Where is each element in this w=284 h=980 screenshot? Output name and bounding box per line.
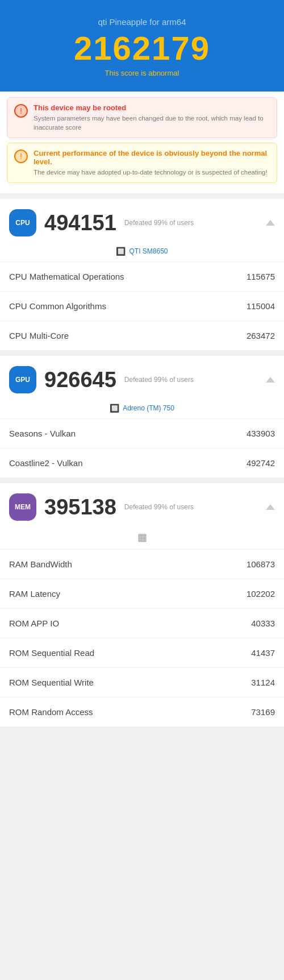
- gpu-chip-label: 🔲 Adreno (TM) 750: [0, 401, 284, 418]
- score-note: This score is abnormal: [11, 69, 273, 77]
- gpu-chip-name: Adreno (TM) 750: [123, 404, 174, 412]
- mem-stat-label-5: ROM Random Access: [9, 707, 93, 717]
- mem-stat-row: RAM BandWidth 106873: [0, 549, 284, 579]
- mem-chip-label: ▦: [0, 529, 284, 549]
- mem-stat-label-1: RAM Latency: [9, 589, 60, 599]
- mem-stat-row: ROM APP IO 40333: [0, 608, 284, 638]
- cpu-stats: CPU Mathematical Operations 115675 CPU C…: [0, 261, 284, 350]
- mem-stat-value-0: 106873: [247, 559, 275, 569]
- mem-stat-label-4: ROM Sequential Write: [9, 678, 94, 687]
- mem-stat-label-0: RAM BandWidth: [9, 559, 72, 569]
- mem-meta: Defeated 99% of users: [124, 503, 275, 511]
- alert-rooted-desc: System parameters may have been changed …: [34, 114, 270, 132]
- gpu-stat-row: Seasons - Vulkan 433903: [0, 418, 284, 448]
- alert-rooted-icon: !: [14, 104, 28, 118]
- mem-stat-label-3: ROM Sequential Read: [9, 648, 94, 658]
- gpu-stat-row: Coastline2 - Vulkan 492742: [0, 448, 284, 477]
- gpu-stat-label-1: Coastline2 - Vulkan: [9, 458, 83, 468]
- cpu-defeated: Defeated 99% of users: [124, 219, 194, 227]
- mem-defeated: Defeated 99% of users: [124, 503, 194, 511]
- gpu-badge: GPU: [9, 366, 36, 393]
- gpu-stat-value-0: 433903: [247, 429, 275, 438]
- total-score: 2162179: [11, 30, 273, 67]
- mem-stat-row: ROM Random Access 73169: [0, 697, 284, 726]
- cpu-stat-label-2: CPU Multi-Core: [9, 331, 69, 340]
- cpu-stat-row: CPU Multi-Core 263472: [0, 321, 284, 350]
- alert-performance-icon: !: [14, 150, 28, 163]
- mem-stats: RAM BandWidth 106873 RAM Latency 102202 …: [0, 549, 284, 726]
- cpu-stat-value-0: 115675: [247, 272, 275, 281]
- header: qti Pineapple for arm64 2162179 This sco…: [0, 0, 284, 92]
- alert-performance-content: Current performance of the device is obv…: [34, 149, 270, 177]
- gpu-score: 926645: [44, 369, 116, 391]
- cpu-stat-value-2: 263472: [247, 331, 275, 340]
- gpu-chevron-icon[interactable]: [266, 377, 275, 383]
- cpu-chevron-icon[interactable]: [266, 220, 275, 226]
- gpu-stat-value-1: 492742: [247, 458, 275, 468]
- mem-stat-value-1: 102202: [247, 589, 275, 599]
- alert-performance: ! Current performance of the device is o…: [7, 143, 277, 183]
- cpu-badge: CPU: [9, 209, 36, 236]
- mem-score-row: MEM 395138 Defeated 99% of users: [0, 483, 284, 529]
- mem-stat-value-2: 40333: [251, 618, 275, 628]
- mem-section: MEM 395138 Defeated 99% of users ▦ RAM B…: [0, 483, 284, 726]
- mem-stat-row: RAM Latency 102202: [0, 579, 284, 608]
- cpu-stat-label-0: CPU Mathematical Operations: [9, 272, 124, 281]
- gpu-stats: Seasons - Vulkan 433903 Coastline2 - Vul…: [0, 418, 284, 477]
- mem-stat-value-4: 31124: [251, 678, 275, 687]
- alert-rooted-content: This device may be rooted System paramet…: [34, 103, 270, 132]
- cpu-chip-label: 🔲 QTI SM8650: [0, 244, 284, 261]
- mem-badge: MEM: [9, 493, 36, 521]
- header-subtitle: qti Pineapple for arm64: [11, 17, 273, 27]
- cpu-section: CPU 494151 Defeated 99% of users 🔲 QTI S…: [0, 199, 284, 350]
- mem-chevron-icon[interactable]: [266, 504, 275, 510]
- mem-stat-row: ROM Sequential Read 41437: [0, 638, 284, 667]
- mem-chip-icon: ▦: [137, 531, 147, 543]
- mem-score: 395138: [44, 496, 116, 518]
- cpu-stat-label-1: CPU Common Algorithms: [9, 301, 106, 311]
- cpu-score: 494151: [44, 212, 116, 234]
- alerts-section: ! This device may be rooted System param…: [0, 92, 284, 193]
- gpu-stat-label-0: Seasons - Vulkan: [9, 429, 76, 438]
- mem-stat-value-5: 73169: [251, 707, 275, 717]
- gpu-defeated: Defeated 99% of users: [124, 376, 194, 384]
- alert-rooted: ! This device may be rooted System param…: [7, 97, 277, 138]
- cpu-stat-row: CPU Mathematical Operations 115675: [0, 261, 284, 291]
- mem-stat-row: ROM Sequential Write 31124: [0, 667, 284, 697]
- cpu-meta: Defeated 99% of users: [124, 219, 275, 227]
- alert-performance-title: Current performance of the device is obv…: [34, 149, 270, 166]
- gpu-score-row: GPU 926645 Defeated 99% of users: [0, 356, 284, 401]
- cpu-stat-row: CPU Common Algorithms 115004: [0, 291, 284, 321]
- cpu-stat-value-1: 115004: [247, 301, 275, 311]
- cpu-score-row: CPU 494151 Defeated 99% of users: [0, 199, 284, 244]
- alert-performance-desc: The device may have adopted up-to-date t…: [34, 168, 270, 177]
- alert-rooted-title: This device may be rooted: [34, 103, 270, 112]
- cpu-chip-icon: 🔲: [116, 247, 126, 256]
- gpu-section: GPU 926645 Defeated 99% of users 🔲 Adren…: [0, 356, 284, 477]
- mem-stat-value-3: 41437: [251, 648, 275, 658]
- gpu-chip-icon: 🔲: [110, 404, 119, 413]
- mem-stat-label-2: ROM APP IO: [9, 618, 59, 628]
- cpu-chip-name: QTI SM8650: [129, 247, 168, 255]
- gpu-meta: Defeated 99% of users: [124, 376, 275, 384]
